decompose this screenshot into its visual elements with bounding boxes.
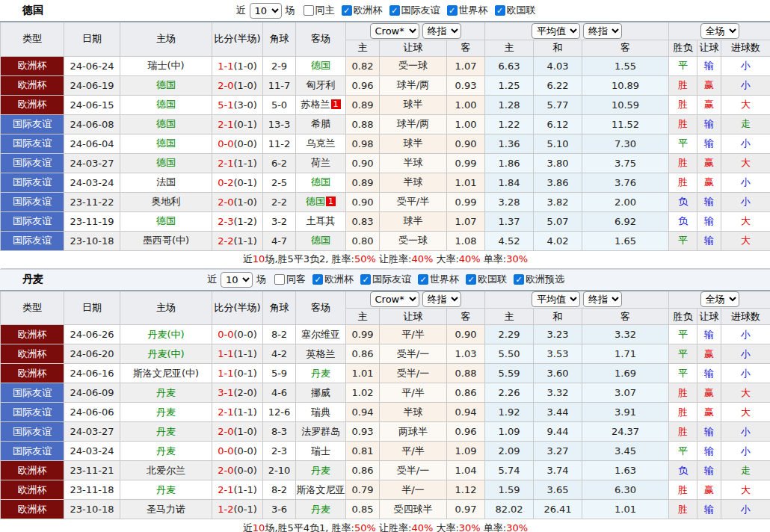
handicap-cell: 受一球 (380, 56, 447, 75)
scope-select[interactable]: 全场 (700, 291, 739, 307)
sub-column-header: 和 (534, 309, 582, 325)
handicap-cell: 半球 (380, 403, 447, 422)
fulltime-score: 2-1 (218, 119, 233, 130)
corners-cell: 4-6 (263, 383, 296, 403)
league-cell: 国际友谊 (1, 231, 64, 250)
corners-cell: 2-3 (263, 442, 296, 461)
corners-cell: 11-7 (263, 75, 296, 95)
matches-table: 类型日期主场比分(半场)角球客场Crow*终指平均值终指全场主让球客主和客胜负让… (0, 21, 770, 269)
odds-home-cell: 0.93 (346, 422, 380, 442)
avg-draw-cell: 3.44 (534, 403, 582, 422)
handicap-result-cell: 输 (697, 442, 721, 461)
avg-source-select[interactable]: 平均值 (532, 291, 580, 307)
summary-segment: 单率: (481, 522, 507, 532)
home-team-cell: 北爱尔兰 (120, 461, 212, 480)
same-side-checkbox[interactable] (304, 5, 314, 16)
away-team-cell: 匈牙利 (296, 75, 346, 95)
result-cell: 胜 (669, 75, 697, 95)
result-cell: 平 (669, 442, 697, 461)
result-cell: 胜 (669, 480, 697, 500)
goals-result-cell: 小 (721, 325, 770, 344)
odds-away-cell: 0.86 (447, 383, 485, 403)
goals-result-cell: 走 (721, 461, 770, 480)
summary-segment: 10 (253, 522, 265, 532)
sub-column-header: 客 (582, 309, 669, 325)
avg-stage-select[interactable]: 终指 (583, 23, 622, 39)
away-team-name: 法罗群岛 (301, 426, 340, 437)
league-checkbox-label: 欧国联 (478, 273, 507, 286)
fulltime-score: 0-0 (218, 138, 233, 149)
home-team-cell: 德国 (120, 114, 212, 134)
same-side-checkbox[interactable] (274, 274, 285, 285)
column-header: 日期 (64, 291, 120, 325)
league-cell: 国际友谊 (1, 173, 64, 192)
odds-away-cell: 1.08 (447, 231, 485, 250)
summary-segment: 50% (354, 522, 376, 532)
check-icon: ✓ (449, 6, 455, 16)
home-team-cell: 瑞士(中) (120, 56, 212, 75)
column-header: 比分(半场) (212, 22, 263, 56)
fulltime-score: 2-3 (218, 216, 233, 227)
avg-draw-cell: 5.10 (534, 134, 582, 153)
date-cell: 24-06-16 (64, 364, 120, 383)
halftime-score: (0-1) (233, 119, 256, 130)
avg-source-select[interactable]: 平均值 (532, 23, 580, 39)
summary-segment: 单率: (481, 253, 507, 265)
summary-segment: 近 (243, 253, 253, 265)
sub-column-header: 让球 (697, 40, 721, 56)
away-team-name: 乌克兰 (307, 137, 336, 149)
sub-column-header: 主 (485, 309, 534, 325)
league-checkbox-2[interactable]: ✓ (418, 274, 428, 285)
score-cell: 0-0(0-0) (212, 325, 263, 344)
match-row: 欧洲杯24-06-20丹麦(中)1-1(1-1)4-2英格兰0.86受半/一1.… (1, 344, 770, 364)
league-checkbox-3[interactable]: ✓ (466, 274, 476, 285)
league-cell: 欧洲杯 (1, 56, 64, 75)
avg-stage-select[interactable]: 终指 (583, 291, 622, 307)
corners-cell: 4-7 (263, 231, 296, 250)
goals-result-cell: 走 (721, 114, 770, 134)
odds-home-cell: 0.89 (346, 173, 380, 192)
away-team-cell: 英格兰 (296, 344, 346, 364)
league-cell: 国际友谊 (1, 114, 64, 134)
handicap-result-cell: 输 (697, 134, 721, 153)
summary-segment: 30% (459, 522, 481, 532)
summary-segment: 50% (354, 253, 376, 265)
league-checkbox-4[interactable]: ✓ (514, 274, 524, 285)
scope-select[interactable]: 全场 (700, 23, 739, 39)
date-cell: 23-11-18 (64, 480, 120, 500)
sub-column-header: 客 (447, 309, 485, 325)
handicap-cell: 球半 (380, 134, 447, 153)
odds-home-cell: 0.99 (346, 325, 380, 344)
league-checkbox-0[interactable]: ✓ (342, 5, 352, 16)
away-team-name: 土耳其 (307, 215, 336, 226)
recent-count-select[interactable]: 10 (221, 272, 253, 288)
odds-away-cell: 0.99 (447, 153, 485, 173)
avg-draw-cell: 3.80 (534, 153, 582, 173)
column-header: 角球 (263, 291, 296, 325)
filter-controls: 近10场同客✓欧洲杯✓国际友谊✓世界杯✓欧国联✓欧洲预选 (205, 272, 565, 288)
goals-result-cell: 大 (721, 153, 770, 173)
odds-away-cell: 0.93 (447, 75, 485, 95)
home-team-cell: 德国 (120, 75, 212, 95)
recent-count-select[interactable]: 10 (250, 3, 282, 19)
league-checkbox-2[interactable]: ✓ (447, 5, 458, 16)
league-checkbox-3[interactable]: ✓ (495, 5, 505, 16)
matches-label: 场 (286, 4, 295, 17)
odds-source-select[interactable]: Crow* (370, 23, 419, 39)
column-header: 日期 (64, 22, 120, 56)
check-icon: ✓ (515, 275, 522, 285)
home-team-name: 德国 (156, 215, 176, 226)
odds-stage-select[interactable]: 终指 (422, 23, 461, 39)
odds-home-cell: 0.83 (346, 211, 380, 231)
odds-source-select[interactable]: Crow* (370, 291, 419, 307)
league-checkbox-1[interactable]: ✓ (360, 274, 371, 285)
match-row: 欧洲杯24-06-26丹麦(中)0-0(0-0)8-2塞尔维亚0.99平/半0.… (1, 325, 770, 344)
fulltime-score: 1-1 (218, 61, 233, 72)
odds-stage-select[interactable]: 终指 (422, 291, 461, 307)
away-team-cell: 法罗群岛 (296, 422, 346, 442)
league-checkbox-0[interactable]: ✓ (312, 274, 323, 285)
avg-home-cell: 1.25 (485, 75, 534, 95)
handicap-result-cell: 赢 (697, 95, 721, 114)
result-cell: 平 (669, 231, 697, 250)
league-checkbox-1[interactable]: ✓ (389, 5, 400, 16)
